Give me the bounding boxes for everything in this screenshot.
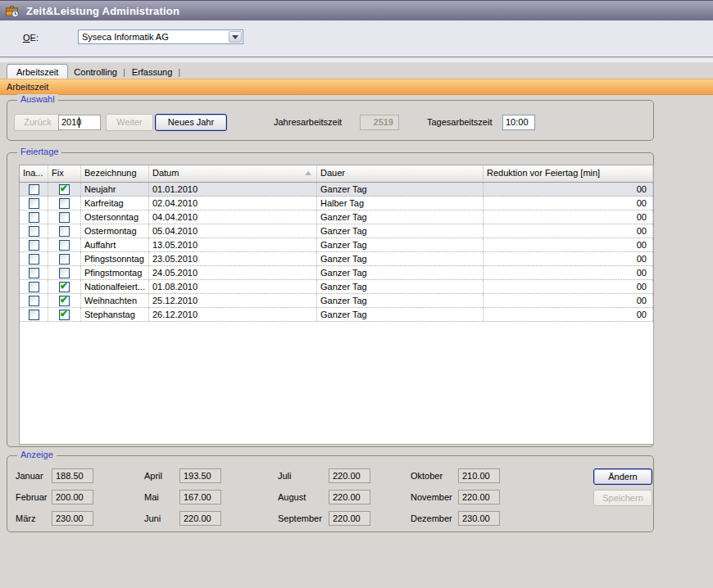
annual-hours-field: 2519 <box>360 115 399 130</box>
save-button[interactable]: Speichern <box>593 490 652 506</box>
month-mai-field[interactable]: 167.00 <box>179 490 221 504</box>
column-header-datum[interactable]: Datum <box>149 165 317 182</box>
month-märz-field[interactable]: 230.00 <box>52 511 93 526</box>
daily-hours-field[interactable]: 10:00 <box>502 115 535 130</box>
fix-checkbox[interactable] <box>59 240 70 251</box>
datum-cell: 02.04.2010 <box>149 197 317 210</box>
fix-checkbox[interactable] <box>59 268 70 278</box>
column-header-bezeichnung[interactable]: Bezeichnung <box>81 165 149 182</box>
inaktiv-checkbox[interactable] <box>29 212 39 223</box>
dauer-cell: Ganzer Tag <box>317 308 484 321</box>
section-banner: Arbeitszeit <box>0 79 713 95</box>
inaktiv-checkbox[interactable] <box>29 296 39 306</box>
column-header-fix[interactable]: Fix <box>48 165 81 182</box>
change-button[interactable]: Ändern <box>593 468 652 485</box>
reduktion-cell: 00 <box>484 308 653 321</box>
tab-strip: ArbeitszeitControlling|Erfassung| <box>0 62 713 79</box>
month-november-field[interactable]: 220.00 <box>458 490 500 504</box>
inaktiv-checkbox[interactable] <box>29 198 39 209</box>
top-panel: OE: Syseca Informatik AG <box>0 20 713 57</box>
column-header-dauer[interactable]: Dauer <box>317 165 484 182</box>
inaktiv-checkbox[interactable] <box>29 310 39 320</box>
table-row[interactable]: Pfingstsonntag23.05.2010Ganzer Tag00 <box>20 252 653 266</box>
fix-checkbox[interactable] <box>59 198 70 209</box>
table-row[interactable]: Karfreitag02.04.2010Halber Tag00 <box>20 197 653 210</box>
dauer-cell: Ganzer Tag <box>317 294 484 307</box>
month-juli-field[interactable]: 220.00 <box>329 468 370 483</box>
fix-checkbox-cell <box>48 238 81 251</box>
text-caret <box>79 117 79 128</box>
fix-checkbox[interactable]: ✔ <box>59 282 70 292</box>
oe-combobox[interactable]: Syseca Informatik AG <box>78 29 243 44</box>
tab-erfassung[interactable]: Erfassung <box>126 65 179 79</box>
back-button[interactable]: Zurück <box>14 114 61 131</box>
month-august-field[interactable]: 220.00 <box>329 490 370 504</box>
auswahl-legend: Auswahl <box>17 94 58 104</box>
inaktiv-checkbox[interactable] <box>29 226 39 237</box>
inaktiv-checkbox[interactable] <box>29 254 39 265</box>
table-row[interactable]: ✔Weihnachten25.12.2010Ganzer Tag00 <box>20 294 653 308</box>
inaktiv-checkbox-cell <box>20 308 48 321</box>
inaktiv-checkbox[interactable] <box>29 268 39 278</box>
datum-cell: 01.08.2010 <box>149 280 317 293</box>
fix-checkbox[interactable]: ✔ <box>59 296 70 306</box>
fix-checkbox-cell <box>48 197 81 210</box>
month-juni-field[interactable]: 220.00 <box>179 511 221 526</box>
fix-checkbox-cell <box>48 266 81 279</box>
inaktiv-checkbox[interactable] <box>29 282 39 292</box>
year-input[interactable]: 2010 <box>58 115 101 130</box>
inaktiv-checkbox-cell <box>20 252 48 265</box>
holidays-table: Ina...FixBezeichnungDatumDauerReduktion … <box>19 165 654 445</box>
months-grid: Januar188.50Februar200.00März230.00April… <box>7 456 653 531</box>
month-dezember-field[interactable]: 230.00 <box>458 511 500 526</box>
table-row[interactable]: Ostersonntag04.04.2010Ganzer Tag00 <box>20 210 653 224</box>
month-januar-field[interactable]: 188.50 <box>52 468 93 483</box>
inaktiv-checkbox[interactable] <box>29 184 39 195</box>
fix-checkbox-cell: ✔ <box>48 280 81 293</box>
month-dezember-label: Dezember <box>411 513 452 523</box>
next-button[interactable]: Weiter <box>106 114 153 131</box>
oe-dropdown-button[interactable] <box>229 31 242 43</box>
reduktion-cell: 00 <box>484 294 653 307</box>
dauer-cell: Ganzer Tag <box>317 224 484 237</box>
table-row[interactable]: Pfingstmontag24.05.2010Ganzer Tag00 <box>20 266 653 280</box>
table-header: Ina...FixBezeichnungDatumDauerReduktion … <box>20 165 653 183</box>
month-september-label: September <box>278 513 322 523</box>
fix-checkbox[interactable] <box>59 212 70 223</box>
reduktion-cell: 00 <box>484 210 653 224</box>
column-header-reduktion-vor-feiertag-min[interactable]: Reduktion vor Feiertag [min] <box>484 165 653 182</box>
month-februar-field[interactable]: 200.00 <box>52 490 93 504</box>
month-april-field[interactable]: 193.50 <box>179 468 221 483</box>
table-body: ✔Neujahr01.01.2010Ganzer Tag00Karfreitag… <box>20 183 653 322</box>
month-mai-label: Mai <box>144 492 159 502</box>
bezeichnung-cell: Pfingstmontag <box>81 266 149 279</box>
tab-arbeitszeit[interactable]: Arbeitszeit <box>7 64 68 79</box>
fix-checkbox[interactable]: ✔ <box>59 310 70 320</box>
inaktiv-checkbox-cell <box>20 238 48 251</box>
reduktion-cell: 00 <box>484 252 653 265</box>
reduktion-cell: 00 <box>484 238 653 251</box>
reduktion-cell: 00 <box>484 224 653 237</box>
month-september-field[interactable]: 220.00 <box>329 511 370 526</box>
fix-checkbox[interactable] <box>59 254 70 265</box>
table-row[interactable]: Ostermontag05.04.2010Ganzer Tag00 <box>20 224 653 238</box>
bezeichnung-cell: Nationalfeiert... <box>81 280 149 293</box>
tab-controlling[interactable]: Controlling <box>68 65 123 79</box>
new-year-button[interactable]: Neues Jahr <box>155 114 227 131</box>
table-row[interactable]: ✔Stephanstag26.12.2010Ganzer Tag00 <box>20 308 653 322</box>
month-oktober-field[interactable]: 210.00 <box>458 468 500 483</box>
table-row[interactable]: Auffahrt13.05.2010Ganzer Tag00 <box>20 238 653 252</box>
datum-cell: 23.05.2010 <box>149 252 317 265</box>
inaktiv-checkbox[interactable] <box>29 240 39 251</box>
reduktion-cell: 00 <box>484 183 653 196</box>
table-row[interactable]: ✔Nationalfeiert...01.08.2010Ganzer Tag00 <box>20 280 653 294</box>
table-row[interactable]: ✔Neujahr01.01.2010Ganzer Tag00 <box>20 183 653 197</box>
column-header-ina[interactable]: Ina... <box>20 165 48 182</box>
month-januar-label: Januar <box>16 471 43 481</box>
bezeichnung-cell: Pfingstsonntag <box>81 252 149 265</box>
fix-checkbox[interactable] <box>59 226 70 237</box>
reduktion-cell: 00 <box>484 197 653 210</box>
feiertage-legend: Feiertage <box>17 147 61 156</box>
fix-checkbox[interactable]: ✔ <box>59 184 70 195</box>
sort-ascending-icon <box>305 171 311 175</box>
